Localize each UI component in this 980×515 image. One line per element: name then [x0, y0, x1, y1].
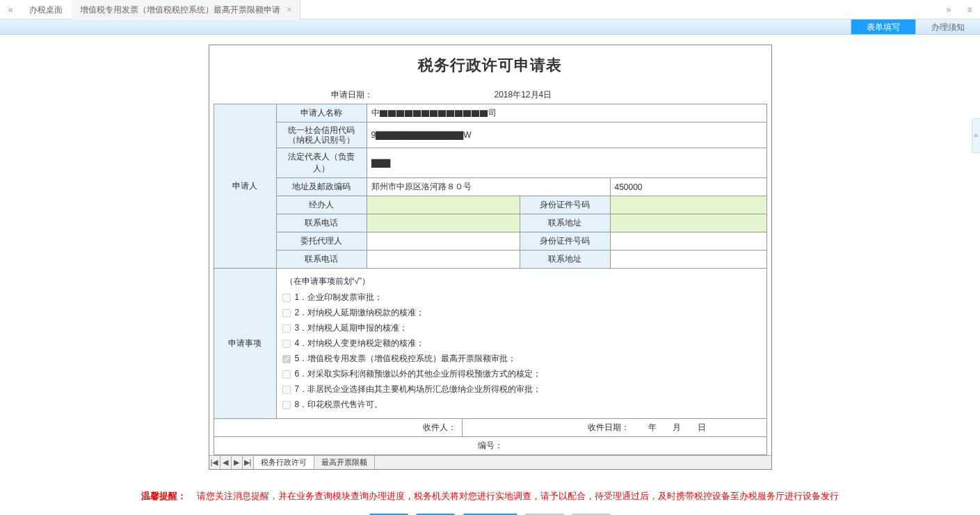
agent-id-label: 身份证件号码 [520, 196, 610, 214]
legal-rep-label: 法定代表人（负责人） [276, 148, 367, 178]
recipient-label: 收件人： [214, 419, 463, 437]
apply-item-label: 2．对纳税人延期缴纳税款的核准； [295, 307, 425, 319]
postcode-value[interactable]: 450000 [610, 178, 766, 196]
agent-id-value[interactable] [610, 196, 766, 214]
apply-item-checkbox[interactable] [282, 386, 291, 394]
apply-item-label: 1．企业印制发票审批； [295, 292, 383, 303]
button-row: 保存 重置 资料采集 提交 打印 [0, 509, 980, 515]
warm-tip-text: 请您关注消息提醒，并在业务查询模块查询办理进度，税务机关将对您进行实地调查，请予… [197, 491, 839, 501]
recv-day: 日 [698, 422, 706, 432]
document-container: 税务行政许可申请表 申请日期： 2018年12月4日 申请人 申请人名称 中▇▇… [0, 35, 980, 473]
recv-month: 月 [673, 422, 681, 432]
apply-date-label: 申请日期： [214, 86, 490, 104]
apply-item-row: 7．非居民企业选择由其主要机构场所汇总缴纳企业所得税的审批； [282, 383, 761, 395]
applicant-name-value[interactable]: 中▇▇▇▇▇▇▇▇▇▇▇▇▇司 [367, 104, 766, 122]
applicant-table: 申请人 申请人名称 中▇▇▇▇▇▇▇▇▇▇▇▇▇司 统一社会信用代码（纳税人识别… [214, 104, 767, 419]
address-label: 地址及邮政编码 [276, 178, 367, 196]
apply-item-label: 6．对采取实际利润额预缴以外的其他企业所得税预缴方式的核定； [295, 368, 542, 380]
tab-label: 增值税专用发票（增值税税控系统）最高开票限额申请 [80, 5, 280, 15]
apply-item-checkbox[interactable] [282, 309, 291, 317]
delegate-id-label: 身份证件号码 [520, 232, 610, 251]
apply-item-row: 8．印花税票代售许可。 [282, 399, 761, 411]
sheet-tab-license[interactable]: 税务行政许可 [254, 456, 314, 469]
agent-addr-label: 联系地址 [520, 214, 610, 232]
apply-item-row: 4．对纳税人变更纳税定额的核准； [282, 338, 761, 349]
applicant-section-label: 申请人 [214, 104, 276, 269]
tab-invoice-limit-apply[interactable]: 增值税专用发票（增值税税控系统）最高开票限额申请 × [72, 0, 300, 19]
apply-item-checkbox[interactable] [282, 294, 291, 302]
items-section-label: 申请事项 [214, 269, 276, 419]
tab-label: 办税桌面 [29, 5, 63, 15]
side-drawer-handle[interactable]: « [972, 118, 980, 153]
subtab-instructions[interactable]: 办理须知 [915, 19, 980, 34]
apply-item-row: 6．对采取实际利润额预缴以外的其他企业所得税预缴方式的核定； [282, 368, 761, 380]
tab-desktop[interactable]: 办税桌面 [21, 0, 72, 19]
apply-item-row: 5．增值税专用发票（增值税税控系统）最高开票限额审批； [282, 353, 761, 365]
apply-item-label: 8．印花税票代售许可。 [295, 399, 383, 411]
sheet-nav-first[interactable]: |◀ [209, 456, 220, 469]
warm-tip: 温馨提醒： 请您关注消息提醒，并在业务查询模块查询办理进度，税务机关将对您进行实… [0, 490, 980, 502]
apply-item-label: 4．对纳税人变更纳税定额的核准； [295, 338, 425, 349]
sheet-nav-next[interactable]: ▶ [232, 456, 243, 469]
agent-addr-value[interactable] [610, 214, 766, 232]
warm-tip-label: 温馨提醒： [141, 491, 186, 501]
sheet-tab-max-limit[interactable]: 最高开票限额 [314, 456, 375, 469]
legal-rep-value[interactable]: ▇▇▇ [367, 148, 766, 178]
items-hint: （在申请事项前划“√”） [285, 276, 761, 287]
tabs-scroll-right[interactable]: » [938, 5, 959, 15]
delegate-addr-label: 联系地址 [520, 251, 610, 269]
recv-year: 年 [648, 422, 657, 432]
apply-item-row: 3．对纳税人延期申报的核准； [282, 322, 761, 334]
apply-date-value: 2018年12月4日 [490, 86, 767, 104]
tabs-scroll-left[interactable]: « [0, 5, 21, 15]
recv-date-cell: 收件日期： 年 月 日 [463, 419, 766, 437]
recv-date-label: 收件日期： [588, 422, 629, 432]
apply-item-row: 1．企业印制发票审批； [282, 292, 761, 303]
sheet-tab-bar: |◀ ◀ ▶ ▶| 税务行政许可 最高开票限额 [209, 455, 771, 469]
agent-value[interactable] [367, 196, 520, 214]
close-icon[interactable]: × [287, 5, 291, 15]
delegate-label: 委托代理人 [276, 232, 367, 251]
apply-item-checkbox[interactable] [282, 401, 291, 409]
sheet-nav-last[interactable]: ▶| [243, 456, 254, 469]
sub-tab-bar: 表单填写 办理须知 [0, 19, 980, 35]
delegate-value[interactable] [367, 232, 520, 251]
apply-item-checkbox[interactable] [282, 370, 291, 379]
delegate-phone-label: 联系电话 [276, 251, 367, 269]
agent-phone-value[interactable] [367, 214, 520, 232]
delegate-phone-value[interactable] [367, 251, 520, 269]
sheet-nav: |◀ ◀ ▶ ▶| [209, 456, 254, 469]
apply-item-checkbox[interactable] [282, 355, 291, 363]
items-cell: （在申请事项前划“√”） 1．企业印制发票审批；2．对纳税人延期缴纳税款的核准；… [276, 269, 766, 419]
apply-item-label: 3．对纳税人延期申报的核准； [295, 322, 408, 334]
serial-label: 编号： [214, 437, 766, 455]
applicant-name-label: 申请人名称 [276, 104, 367, 122]
address-value[interactable]: 郑州市中原区洛河路８０号 [367, 178, 610, 196]
apply-item-label: 5．增值税专用发票（增值税税控系统）最高开票限额审批； [295, 353, 517, 365]
sheet-nav-prev[interactable]: ◀ [220, 456, 232, 469]
agent-label: 经办人 [276, 196, 367, 214]
apply-item-checkbox[interactable] [282, 324, 291, 333]
credit-code-label: 统一社会信用代码（纳税人识别号） [276, 122, 367, 148]
form-footer: 收件人： 收件日期： 年 月 日 编号： [214, 419, 767, 455]
apply-item-label: 7．非居民企业选择由其主要机构场所汇总缴纳企业所得税的审批； [295, 383, 542, 395]
document-outer: 税务行政许可申请表 申请日期： 2018年12月4日 申请人 申请人名称 中▇▇… [209, 45, 772, 470]
apply-item-checkbox[interactable] [282, 340, 291, 348]
apply-item-row: 2．对纳税人延期缴纳税款的核准； [282, 307, 761, 319]
delegate-addr-value[interactable] [610, 251, 766, 269]
credit-code-value[interactable]: 9▇▇▇▇▇▇▇▇▇▇▇▇▇▇W [367, 122, 766, 148]
top-tab-bar: « 办税桌面 增值税专用发票（增值税税控系统）最高开票限额申请 × » ≡ [0, 0, 980, 19]
tabs-menu-icon[interactable]: ≡ [959, 5, 980, 15]
delegate-id-value[interactable] [610, 232, 766, 251]
subtab-form-fill[interactable]: 表单填写 [851, 19, 915, 34]
agent-phone-label: 联系电话 [276, 214, 367, 232]
form-title: 税务行政许可申请表 [214, 49, 767, 86]
